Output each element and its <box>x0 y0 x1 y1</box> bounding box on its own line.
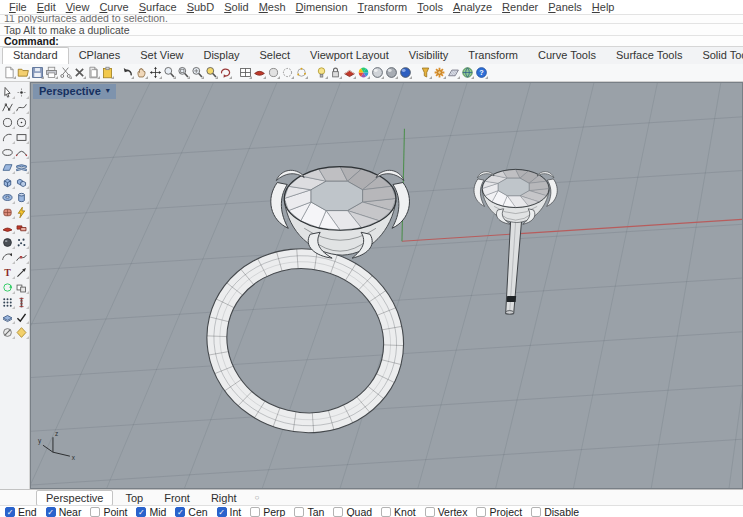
ellipse-icon[interactable] <box>1 145 15 159</box>
toolbar-tab-visibility[interactable]: Visibility <box>399 48 459 64</box>
hide-objects-icon[interactable] <box>252 65 266 80</box>
circle-icon[interactable] <box>1 115 15 129</box>
print-icon[interactable] <box>44 65 58 80</box>
toolbar-tab-standard[interactable]: Standard <box>2 47 69 64</box>
osnap-checkbox[interactable]: ✓ <box>136 507 146 517</box>
select-points-icon[interactable] <box>294 65 308 80</box>
circle-tangent-icon[interactable] <box>15 115 29 129</box>
torus-icon[interactable] <box>1 190 15 204</box>
toolbar-tab-display[interactable]: Display <box>193 48 249 64</box>
shaded-sphere-icon[interactable] <box>384 65 398 80</box>
copy-icon[interactable] <box>86 65 100 80</box>
osnap-point[interactable]: Point <box>90 506 127 517</box>
osnap-knot[interactable]: Knot <box>381 506 416 517</box>
zoom-extents-icon[interactable] <box>162 65 176 80</box>
toolbar-tab-solid-tools[interactable]: Solid Tools <box>692 48 743 64</box>
hide-toggle-icon[interactable] <box>1 325 15 339</box>
select-dashed-icon[interactable] <box>280 65 294 80</box>
menu-subd[interactable]: SubD <box>182 1 220 14</box>
osnap-checkbox[interactable] <box>381 507 391 517</box>
move-icon[interactable] <box>148 65 162 80</box>
menu-help[interactable]: Help <box>587 1 620 14</box>
toolbar-tab-set-view[interactable]: Set View <box>130 48 193 64</box>
menu-mesh[interactable]: Mesh <box>254 1 291 14</box>
osnap-tan[interactable]: Tan <box>294 506 324 517</box>
sphere-dark-icon[interactable] <box>1 235 15 249</box>
osnap-near[interactable]: ✓Near <box>46 506 82 517</box>
menu-file[interactable]: File <box>4 1 32 14</box>
menu-dimension[interactable]: Dimension <box>291 1 353 14</box>
viewport-tab-right[interactable]: Right <box>202 491 246 505</box>
osnap-checkbox[interactable]: ✓ <box>46 507 56 517</box>
help-icon[interactable]: ? <box>474 65 488 80</box>
osnap-project[interactable]: Project <box>476 506 522 517</box>
osnap-checkbox[interactable]: ✓ <box>175 507 185 517</box>
rotate-gumball-icon[interactable] <box>1 280 15 294</box>
save-icon[interactable] <box>30 65 44 80</box>
osnap-cen[interactable]: ✓Cen <box>175 506 207 517</box>
toolbar-tab-curve-tools[interactable]: Curve Tools <box>528 48 606 64</box>
interpolate-curve-icon[interactable] <box>15 100 29 114</box>
osnap-perp[interactable]: Perp <box>250 506 285 517</box>
toolbar-tab-cplanes[interactable]: CPlanes <box>69 48 131 64</box>
osnap-int[interactable]: ✓Int <box>217 506 242 517</box>
rendered-sphere-icon[interactable] <box>398 65 412 80</box>
point-cloud-icon[interactable] <box>15 235 29 249</box>
copy-transform-icon[interactable] <box>15 280 29 294</box>
viewport-tab-perspective[interactable]: Perspective <box>36 490 113 506</box>
osnap-checkbox[interactable] <box>476 507 486 517</box>
toolbar-tab-transform[interactable]: Transform <box>458 48 528 64</box>
surface-plane-icon[interactable] <box>1 160 15 174</box>
paint-funnel-icon[interactable] <box>418 65 432 80</box>
dimension-pole-icon[interactable] <box>15 295 29 309</box>
menu-surface[interactable]: Surface <box>134 1 182 14</box>
viewport-title[interactable]: Perspective ▾ <box>33 84 116 99</box>
osnap-mid[interactable]: ✓Mid <box>136 506 166 517</box>
layer-slab-icon[interactable] <box>1 310 15 324</box>
osnap-checkbox[interactable] <box>531 507 541 517</box>
cut-icon[interactable] <box>58 65 72 80</box>
toolbar-tab-select[interactable]: Select <box>250 48 301 64</box>
viewport-menu-caret-icon[interactable]: ▾ <box>106 87 110 95</box>
cplane-grid-icon[interactable] <box>446 65 460 80</box>
surface-loft-icon[interactable] <box>15 160 29 174</box>
perspective-viewport[interactable]: zxy Perspective ▾ <box>30 82 743 489</box>
fillet-wedge-icon[interactable] <box>1 220 15 234</box>
subd-box-icon[interactable] <box>1 205 15 219</box>
new-viewport-tab-icon[interactable]: ○ <box>249 493 266 502</box>
toolbar-tab-viewport-layout[interactable]: Viewport Layout <box>300 48 399 64</box>
curve-blend-icon[interactable] <box>15 145 29 159</box>
menu-panels[interactable]: Panels <box>543 1 587 14</box>
lasso-select-icon[interactable] <box>15 325 29 339</box>
osnap-vertex[interactable]: Vertex <box>425 506 468 517</box>
rotate-view-icon[interactable] <box>218 65 232 80</box>
lamp-icon[interactable] <box>314 65 328 80</box>
zoom-dynamic-icon[interactable] <box>190 65 204 80</box>
cylinder-pipe-icon[interactable] <box>15 190 29 204</box>
check-select-icon[interactable] <box>15 310 29 324</box>
gear-flower-icon[interactable] <box>432 65 446 80</box>
arc-icon[interactable] <box>1 130 15 144</box>
menu-solid[interactable]: Solid <box>219 1 253 14</box>
text-icon[interactable]: T <box>1 265 15 279</box>
osnap-quad[interactable]: Quad <box>333 506 372 517</box>
osnap-checkbox[interactable] <box>333 507 343 517</box>
lock-icon[interactable] <box>328 65 342 80</box>
web-globe-icon[interactable] <box>460 65 474 80</box>
menu-render[interactable]: Render <box>497 1 543 14</box>
delete-x-icon[interactable] <box>72 65 86 80</box>
viewport-tab-top[interactable]: Top <box>116 491 152 505</box>
new-document-icon[interactable] <box>2 65 16 80</box>
osnap-checkbox[interactable]: ✓ <box>5 507 15 517</box>
color-wheel-icon[interactable] <box>356 65 370 80</box>
osnap-checkbox[interactable] <box>425 507 435 517</box>
menu-edit[interactable]: Edit <box>32 1 61 14</box>
menu-tools[interactable]: Tools <box>412 1 448 14</box>
move-uvn-icon[interactable] <box>15 265 29 279</box>
box-icon[interactable] <box>1 175 15 189</box>
extrude-flash-icon[interactable] <box>15 205 29 219</box>
menu-curve[interactable]: Curve <box>94 1 133 14</box>
array-grid-icon[interactable] <box>1 295 15 309</box>
wireframe-sphere-icon[interactable] <box>370 65 384 80</box>
viewport-tab-front[interactable]: Front <box>155 491 199 505</box>
